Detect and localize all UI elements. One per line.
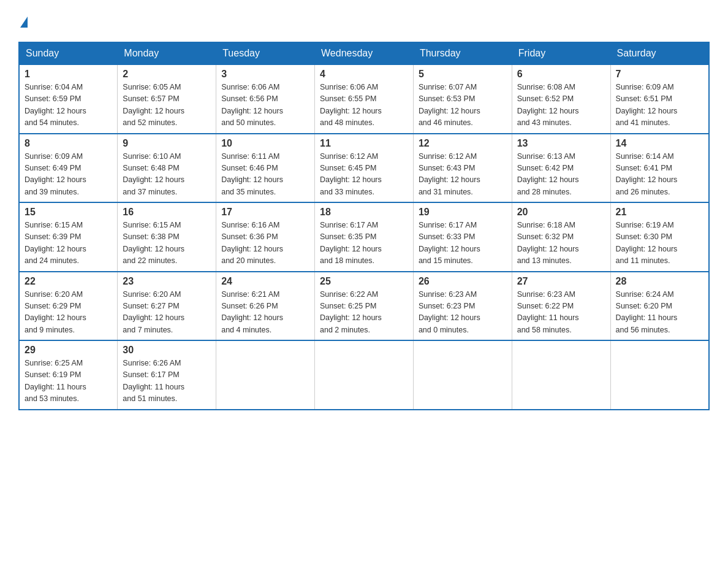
day-info: Sunrise: 6:23 AMSunset: 6:22 PMDaylight:… [517, 290, 579, 334]
calendar-cell: 26 Sunrise: 6:23 AMSunset: 6:23 PMDaylig… [413, 272, 512, 341]
calendar-cell: 25 Sunrise: 6:22 AMSunset: 6:25 PMDaylig… [315, 272, 414, 341]
day-info: Sunrise: 6:10 AMSunset: 6:48 PMDaylight:… [123, 152, 184, 196]
calendar-cell: 12 Sunrise: 6:12 AMSunset: 6:43 PMDaylig… [413, 134, 512, 203]
day-number: 25 [320, 276, 408, 287]
calendar-cell: 23 Sunrise: 6:20 AMSunset: 6:27 PMDaylig… [118, 272, 216, 341]
calendar-cell: 7 Sunrise: 6:09 AMSunset: 6:51 PMDayligh… [610, 64, 709, 134]
calendar-cell: 14 Sunrise: 6:14 AMSunset: 6:41 PMDaylig… [610, 134, 709, 203]
day-number: 8 [25, 138, 112, 149]
day-info: Sunrise: 6:23 AMSunset: 6:23 PMDaylight:… [419, 290, 480, 334]
day-info: Sunrise: 6:06 AMSunset: 6:55 PMDaylight:… [320, 83, 382, 127]
day-info: Sunrise: 6:18 AMSunset: 6:32 PMDaylight:… [517, 221, 579, 265]
day-info: Sunrise: 6:21 AMSunset: 6:26 PMDaylight:… [221, 290, 283, 334]
calendar-cell [413, 340, 512, 410]
day-number: 4 [320, 69, 408, 80]
day-number: 19 [419, 207, 507, 218]
day-info: Sunrise: 6:11 AMSunset: 6:46 PMDaylight:… [221, 152, 283, 196]
day-info: Sunrise: 6:20 AMSunset: 6:27 PMDaylight:… [123, 290, 184, 334]
day-number: 21 [616, 207, 703, 218]
page-header [18, 12, 710, 29]
day-info: Sunrise: 6:06 AMSunset: 6:56 PMDaylight:… [221, 83, 283, 127]
day-number: 16 [123, 207, 211, 218]
day-number: 28 [616, 276, 703, 287]
day-number: 2 [123, 69, 211, 80]
day-info: Sunrise: 6:13 AMSunset: 6:42 PMDaylight:… [517, 152, 579, 196]
calendar-cell: 21 Sunrise: 6:19 AMSunset: 6:30 PMDaylig… [610, 202, 709, 272]
calendar-cell: 24 Sunrise: 6:21 AMSunset: 6:26 PMDaylig… [216, 272, 315, 341]
day-number: 9 [123, 138, 211, 149]
logo-triangle-icon [20, 17, 28, 28]
day-info: Sunrise: 6:25 AMSunset: 6:19 PMDaylight:… [25, 359, 86, 403]
day-number: 6 [517, 69, 605, 80]
day-info: Sunrise: 6:15 AMSunset: 6:38 PMDaylight:… [123, 221, 184, 265]
logo-text [18, 12, 28, 29]
day-number: 3 [221, 69, 309, 80]
day-number: 27 [517, 276, 605, 287]
calendar-cell: 27 Sunrise: 6:23 AMSunset: 6:22 PMDaylig… [512, 272, 610, 341]
day-number: 23 [123, 276, 211, 287]
calendar-cell: 16 Sunrise: 6:15 AMSunset: 6:38 PMDaylig… [118, 202, 216, 272]
calendar-header-row: SundayMondayTuesdayWednesdayThursdayFrid… [19, 42, 709, 64]
day-number: 13 [517, 138, 605, 149]
day-info: Sunrise: 6:09 AMSunset: 6:49 PMDaylight:… [25, 152, 86, 196]
weekday-header-saturday: Saturday [610, 42, 709, 64]
calendar-cell: 18 Sunrise: 6:17 AMSunset: 6:35 PMDaylig… [315, 202, 414, 272]
calendar-week-1: 1 Sunrise: 6:04 AMSunset: 6:59 PMDayligh… [19, 64, 709, 134]
calendar-cell: 1 Sunrise: 6:04 AMSunset: 6:59 PMDayligh… [19, 64, 118, 134]
day-info: Sunrise: 6:22 AMSunset: 6:25 PMDaylight:… [320, 290, 382, 334]
day-number: 29 [25, 345, 112, 356]
day-number: 15 [25, 207, 112, 218]
day-info: Sunrise: 6:20 AMSunset: 6:29 PMDaylight:… [25, 290, 86, 334]
day-number: 18 [320, 207, 408, 218]
calendar-cell: 6 Sunrise: 6:08 AMSunset: 6:52 PMDayligh… [512, 64, 610, 134]
calendar-cell [315, 340, 414, 410]
calendar-table: SundayMondayTuesdayWednesdayThursdayFrid… [18, 42, 710, 410]
day-number: 20 [517, 207, 605, 218]
weekday-header-thursday: Thursday [413, 42, 512, 64]
day-number: 17 [221, 207, 309, 218]
calendar-cell: 30 Sunrise: 6:26 AMSunset: 6:17 PMDaylig… [118, 340, 216, 410]
calendar-cell: 19 Sunrise: 6:17 AMSunset: 6:33 PMDaylig… [413, 202, 512, 272]
day-info: Sunrise: 6:17 AMSunset: 6:35 PMDaylight:… [320, 221, 382, 265]
calendar-cell: 4 Sunrise: 6:06 AMSunset: 6:55 PMDayligh… [315, 64, 414, 134]
day-info: Sunrise: 6:12 AMSunset: 6:43 PMDaylight:… [419, 152, 480, 196]
calendar-cell: 20 Sunrise: 6:18 AMSunset: 6:32 PMDaylig… [512, 202, 610, 272]
calendar-cell: 15 Sunrise: 6:15 AMSunset: 6:39 PMDaylig… [19, 202, 118, 272]
day-number: 7 [616, 69, 703, 80]
calendar-cell: 9 Sunrise: 6:10 AMSunset: 6:48 PMDayligh… [118, 134, 216, 203]
day-info: Sunrise: 6:12 AMSunset: 6:45 PMDaylight:… [320, 152, 382, 196]
day-info: Sunrise: 6:14 AMSunset: 6:41 PMDaylight:… [616, 152, 678, 196]
weekday-header-friday: Friday [512, 42, 610, 64]
calendar-cell: 10 Sunrise: 6:11 AMSunset: 6:46 PMDaylig… [216, 134, 315, 203]
day-info: Sunrise: 6:09 AMSunset: 6:51 PMDaylight:… [616, 83, 678, 127]
day-number: 5 [419, 69, 507, 80]
calendar-week-4: 22 Sunrise: 6:20 AMSunset: 6:29 PMDaylig… [19, 272, 709, 341]
calendar-cell: 11 Sunrise: 6:12 AMSunset: 6:45 PMDaylig… [315, 134, 414, 203]
day-info: Sunrise: 6:16 AMSunset: 6:36 PMDaylight:… [221, 221, 283, 265]
day-number: 22 [25, 276, 112, 287]
calendar-cell: 2 Sunrise: 6:05 AMSunset: 6:57 PMDayligh… [118, 64, 216, 134]
day-info: Sunrise: 6:26 AMSunset: 6:17 PMDaylight:… [123, 359, 184, 403]
weekday-header-monday: Monday [118, 42, 216, 64]
day-number: 30 [123, 345, 211, 356]
calendar-cell: 8 Sunrise: 6:09 AMSunset: 6:49 PMDayligh… [19, 134, 118, 203]
calendar-cell [610, 340, 709, 410]
calendar-week-3: 15 Sunrise: 6:15 AMSunset: 6:39 PMDaylig… [19, 202, 709, 272]
day-number: 24 [221, 276, 309, 287]
calendar-cell: 13 Sunrise: 6:13 AMSunset: 6:42 PMDaylig… [512, 134, 610, 203]
day-number: 26 [419, 276, 507, 287]
day-info: Sunrise: 6:17 AMSunset: 6:33 PMDaylight:… [419, 221, 480, 265]
day-info: Sunrise: 6:04 AMSunset: 6:59 PMDaylight:… [25, 83, 86, 127]
day-info: Sunrise: 6:05 AMSunset: 6:57 PMDaylight:… [123, 83, 184, 127]
calendar-week-2: 8 Sunrise: 6:09 AMSunset: 6:49 PMDayligh… [19, 134, 709, 203]
calendar-cell: 22 Sunrise: 6:20 AMSunset: 6:29 PMDaylig… [19, 272, 118, 341]
weekday-header-wednesday: Wednesday [315, 42, 414, 64]
day-info: Sunrise: 6:24 AMSunset: 6:20 PMDaylight:… [616, 290, 678, 334]
day-number: 14 [616, 138, 703, 149]
calendar-cell: 3 Sunrise: 6:06 AMSunset: 6:56 PMDayligh… [216, 64, 315, 134]
day-info: Sunrise: 6:07 AMSunset: 6:53 PMDaylight:… [419, 83, 480, 127]
calendar-cell [216, 340, 315, 410]
weekday-header-sunday: Sunday [19, 42, 118, 64]
day-number: 1 [25, 69, 112, 80]
calendar-week-5: 29 Sunrise: 6:25 AMSunset: 6:19 PMDaylig… [19, 340, 709, 410]
